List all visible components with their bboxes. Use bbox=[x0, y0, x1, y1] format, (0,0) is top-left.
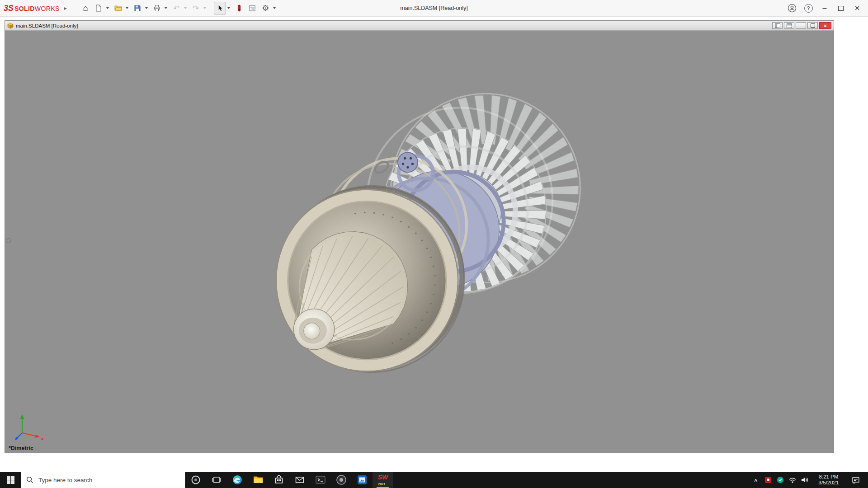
help-icon: ? bbox=[804, 4, 813, 13]
account-button[interactable] bbox=[785, 2, 799, 14]
graphics-viewport[interactable]: x *Dimetric bbox=[5, 31, 834, 453]
taskbar-clock[interactable]: 8:21 PM 3/5/2021 bbox=[811, 474, 847, 486]
solidworks-logo[interactable]: 3S SOLID WORKS bbox=[4, 4, 60, 13]
rebuild-stoplight-icon bbox=[236, 5, 242, 12]
clock-time: 8:21 PM bbox=[811, 474, 846, 480]
print-icon bbox=[153, 5, 160, 12]
restore-icon bbox=[838, 6, 844, 11]
tray-icon-volume[interactable] bbox=[798, 472, 811, 488]
select-tool-button[interactable] bbox=[214, 2, 226, 14]
save-button[interactable] bbox=[132, 2, 144, 14]
new-document-dropdown[interactable] bbox=[106, 7, 109, 9]
mdi-workspace: main.SLDASM [Read-only] – × bbox=[0, 16, 868, 472]
view-orientation-label: *Dimetric bbox=[9, 445, 33, 451]
chevron-up-icon: ∧ bbox=[754, 478, 758, 483]
terminal-icon bbox=[315, 474, 326, 485]
taskbar-app-media[interactable] bbox=[331, 472, 352, 488]
start-button[interactable] bbox=[0, 472, 21, 488]
taskbar-app-solidworks[interactable]: SW 2021 bbox=[373, 472, 393, 488]
save-dropdown[interactable] bbox=[145, 7, 148, 9]
document-minimize-button[interactable]: – bbox=[796, 22, 806, 29]
wifi-icon bbox=[788, 476, 797, 483]
svg-text:x: x bbox=[41, 436, 43, 441]
document-minimize-icon: – bbox=[800, 23, 802, 28]
undo-icon: ↶ bbox=[173, 4, 179, 13]
app-titlebar: 3S SOLID WORKS ▸ ⌂ ↶ ↷ bbox=[0, 0, 868, 17]
document-restore-icon bbox=[811, 23, 815, 28]
tray-expand-button[interactable]: ∧ bbox=[750, 472, 762, 488]
redo-button[interactable]: ↷ bbox=[190, 2, 202, 14]
document-restore-button[interactable] bbox=[807, 22, 818, 29]
store-icon bbox=[274, 475, 284, 485]
solidworks-logo-text-light: WORKS bbox=[35, 5, 60, 12]
action-center-button[interactable] bbox=[847, 472, 865, 488]
expand-arrow-icon: ▸ bbox=[64, 5, 67, 11]
system-tray: ∧ 8:21 PM 3/5/2021 bbox=[750, 472, 868, 488]
tray-icon-status[interactable] bbox=[774, 472, 786, 488]
panel-collapse-handle[interactable] bbox=[6, 238, 11, 243]
orientation-triad: x bbox=[12, 409, 47, 442]
edge-browser-icon bbox=[232, 474, 243, 485]
task-view-button[interactable] bbox=[206, 472, 227, 488]
cortana-button[interactable] bbox=[185, 472, 206, 488]
minimize-icon: – bbox=[823, 4, 827, 12]
document-window-titlebar[interactable]: main.SLDASM [Read-only] – × bbox=[5, 21, 834, 31]
solidworks-logo-text-bold: SOLID bbox=[14, 5, 35, 12]
solidworks-logo-mark: 3S bbox=[4, 4, 14, 13]
speaker-icon bbox=[801, 476, 809, 483]
taskbar-app-file-explorer[interactable] bbox=[248, 472, 269, 488]
taskbar-search[interactable] bbox=[21, 472, 185, 488]
close-button[interactable]: × bbox=[850, 2, 864, 14]
quick-access-toolbar: ⌂ ↶ ↷ ⚙ bbox=[80, 2, 278, 14]
open-button[interactable] bbox=[112, 2, 124, 14]
print-dropdown[interactable] bbox=[165, 7, 167, 9]
open-dropdown[interactable] bbox=[126, 7, 128, 9]
home-button[interactable]: ⌂ bbox=[80, 2, 92, 14]
close-icon: × bbox=[854, 3, 859, 13]
options-button[interactable]: ⚙ bbox=[259, 2, 272, 14]
redo-dropdown[interactable] bbox=[203, 7, 206, 9]
options-gear-icon: ⚙ bbox=[262, 3, 269, 13]
photos-app-icon bbox=[357, 474, 368, 485]
restore-button[interactable] bbox=[834, 2, 848, 14]
open-folder-icon bbox=[114, 5, 122, 12]
taskbar-app-store[interactable] bbox=[269, 472, 289, 488]
document-close-button[interactable]: × bbox=[819, 22, 831, 29]
file-properties-button[interactable] bbox=[246, 2, 259, 14]
taskbar-app-terminal[interactable] bbox=[310, 472, 331, 488]
document-window-controls: – × bbox=[772, 22, 831, 29]
status-check-icon bbox=[777, 476, 784, 483]
rebuild-button[interactable] bbox=[233, 2, 245, 14]
minimize-button[interactable]: – bbox=[817, 2, 832, 14]
3d-model-jet-engine[interactable] bbox=[5, 31, 834, 453]
document-close-icon: × bbox=[824, 23, 826, 28]
options-dropdown[interactable] bbox=[273, 7, 276, 9]
search-input[interactable] bbox=[38, 476, 180, 484]
taskbar-app-mail[interactable] bbox=[289, 472, 310, 488]
tray-icon-security[interactable] bbox=[762, 472, 774, 488]
pane-toggle-top-button[interactable] bbox=[784, 22, 794, 29]
document-window: main.SLDASM [Read-only] – × bbox=[5, 20, 834, 453]
tray-icon-network[interactable] bbox=[786, 472, 798, 488]
undo-dropdown[interactable] bbox=[184, 7, 187, 9]
pane-toggle-left-button[interactable] bbox=[772, 22, 783, 29]
select-tool-dropdown[interactable] bbox=[227, 7, 230, 9]
taskbar-app-photos[interactable] bbox=[352, 472, 373, 488]
help-button[interactable]: ? bbox=[801, 2, 816, 14]
redo-icon: ↷ bbox=[193, 4, 199, 13]
file-explorer-icon bbox=[253, 474, 264, 485]
pane-top-icon bbox=[787, 23, 792, 28]
document-window-title: main.SLDASM [Read-only] bbox=[16, 23, 78, 28]
clock-date: 3/5/2021 bbox=[811, 480, 846, 486]
select-arrow-icon bbox=[217, 5, 223, 12]
pane-left-icon bbox=[775, 23, 780, 28]
print-button[interactable] bbox=[151, 2, 163, 14]
media-app-icon bbox=[336, 474, 347, 485]
new-document-button[interactable] bbox=[93, 2, 105, 14]
toolbar-expand-arrow[interactable]: ▸ bbox=[61, 2, 70, 14]
new-document-icon bbox=[95, 5, 102, 12]
taskbar-app-edge[interactable] bbox=[227, 472, 248, 488]
undo-button[interactable]: ↶ bbox=[170, 2, 183, 14]
action-center-icon bbox=[852, 476, 860, 484]
cortana-icon bbox=[190, 474, 201, 485]
